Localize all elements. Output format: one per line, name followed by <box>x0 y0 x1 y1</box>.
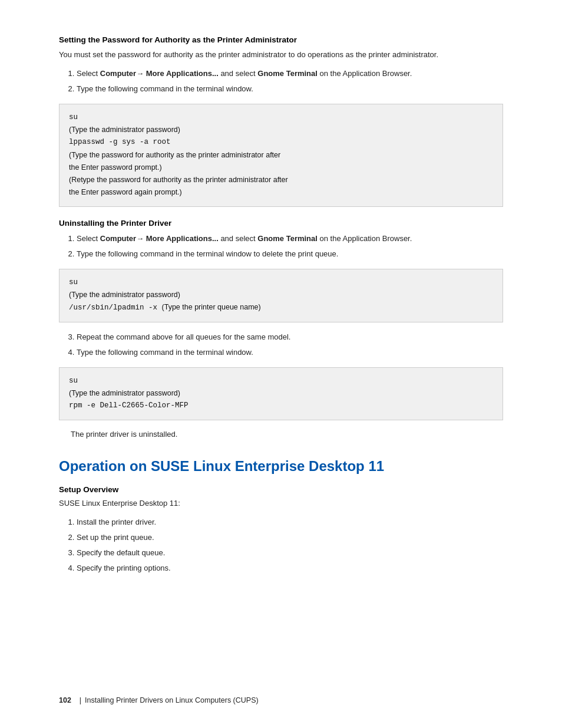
code-block-1: su (Type the administrator password) lpp… <box>59 104 503 207</box>
footer-text: Installing Printer Drivers on Linux Comp… <box>85 696 259 704</box>
code-line: su <box>69 375 493 387</box>
code-comment: (Type the administrator password) <box>69 387 493 400</box>
list-item: Set up the print queue. <box>77 531 503 544</box>
code-block-3: su (Type the administrator password) rpm… <box>59 367 503 420</box>
step-text: Specify the printing options. <box>77 564 171 572</box>
main-section-heading: Operation on SUSE Linux Enterprise Deskt… <box>59 458 503 475</box>
set-password-steps: Select Computer→ More Applications... an… <box>77 67 503 95</box>
step-text: Set up the print queue. <box>77 533 154 542</box>
suse-section: Operation on SUSE Linux Enterprise Deskt… <box>59 458 503 575</box>
step-text: Install the printer driver. <box>77 518 156 526</box>
uninstall-outro: The printer driver is uninstalled. <box>71 429 503 441</box>
list-item: Repeat the command above for all queues … <box>77 331 503 344</box>
code-line: rpm -e Dell-C2665-Color-MFP <box>69 400 493 412</box>
code-comment-inline: (Type the printer queue name) <box>162 303 261 311</box>
code-comment: the Enter password prompt.) <box>69 162 493 174</box>
footer: 102 | Installing Printer Drivers on Linu… <box>59 696 503 704</box>
bold-computer: Computer→ More Applications... <box>100 69 219 78</box>
code-line: /usr/sbin/lpadmin -x (Type the printer q… <box>69 301 493 314</box>
code-comment: the Enter password again prompt.) <box>69 186 493 199</box>
list-item: Select Computer→ More Applications... an… <box>77 67 503 80</box>
list-item: Specify the default queue. <box>77 546 503 559</box>
list-item: Install the printer driver. <box>77 516 503 529</box>
code-line: lppasswd -g sys -a root <box>69 136 493 149</box>
code-comment: (Type the administrator password) <box>69 124 493 136</box>
code-block-2: su (Type the administrator password) /us… <box>59 269 503 322</box>
list-item: Type the following command in the termin… <box>77 248 503 261</box>
page: Setting the Password for Authority as th… <box>0 0 562 728</box>
footer-divider: | <box>80 696 81 704</box>
code-comment: (Type the password for authority as the … <box>69 149 493 162</box>
uninstall-steps-2: Repeat the command above for all queues … <box>77 331 503 359</box>
setup-overview-heading: Setup Overview <box>59 485 503 494</box>
bold-gnome-2: Gnome Terminal <box>257 234 318 243</box>
list-item: Specify the printing options. <box>77 562 503 575</box>
setup-steps: Install the printer driver. Set up the p… <box>77 516 503 575</box>
uninstall-heading: Uninstalling the Printer Driver <box>59 219 503 228</box>
code-comment: (Type the administrator password) <box>69 289 493 301</box>
uninstall-driver-section: Uninstalling the Printer Driver Select C… <box>59 219 503 441</box>
bold-computer-2: Computer→ More Applications... <box>100 234 219 243</box>
code-line: su <box>69 276 493 289</box>
list-item: Type the following command in the termin… <box>77 346 503 359</box>
bold-gnome: Gnome Terminal <box>257 69 318 78</box>
list-item: Select Computer→ More Applications... an… <box>77 232 503 245</box>
set-password-section: Setting the Password for Authority as th… <box>59 35 503 207</box>
set-password-intro: You must set the password for authority … <box>59 49 503 61</box>
uninstall-steps-1: Select Computer→ More Applications... an… <box>77 232 503 261</box>
list-item: Type the following command in the termin… <box>77 83 503 95</box>
setup-overview-intro: SUSE Linux Enterprise Desktop 11: <box>59 498 503 510</box>
code-comment: (Retype the password for authority as th… <box>69 174 493 186</box>
code-line: su <box>69 111 493 124</box>
footer-page-number: 102 <box>59 696 71 704</box>
code-text: /usr/sbin/lpadmin -x <box>69 304 157 312</box>
step-text: Specify the default queue. <box>77 548 165 557</box>
set-password-heading: Setting the Password for Authority as th… <box>59 35 503 44</box>
